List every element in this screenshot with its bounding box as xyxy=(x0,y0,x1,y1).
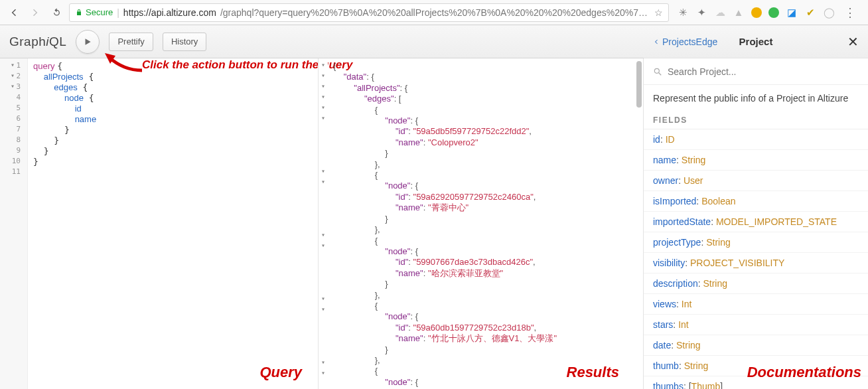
search-icon xyxy=(653,67,662,76)
extension-icons: ✳︎ ✦ ☁︎ ▲ ◪ ✔︎ ◯ ⋮ xyxy=(673,5,863,20)
ext-icon-7[interactable]: ◪ xyxy=(786,7,798,19)
forward-button[interactable] xyxy=(27,4,44,21)
browser-chrome: Secure | https://api.altizure.com/graphq… xyxy=(0,0,868,25)
docs-description: Represent the public info of a Project i… xyxy=(644,85,868,112)
annotation-docs-label: Documentations xyxy=(747,364,861,381)
reload-button[interactable] xyxy=(48,4,65,21)
query-editor[interactable]: query { allProjects { edges { node { id … xyxy=(28,58,318,389)
docs-fields-list: id: IDname: Stringowner: UserisImported:… xyxy=(644,129,868,389)
docs-field[interactable]: name: String xyxy=(644,150,868,171)
ext-icon-2[interactable]: ✦ xyxy=(695,7,707,19)
secure-indicator: Secure xyxy=(75,7,113,17)
result-viewer[interactable]: { "data": { "allProjects": { "edges": [ … xyxy=(328,58,643,389)
result-panel: ▾▾▾▾▾▾▾▾▾▾▾▾▾▾ { "data": { "allProjects"… xyxy=(319,58,644,389)
history-button[interactable]: History xyxy=(163,33,206,51)
docs-field[interactable]: id: ID xyxy=(644,129,868,150)
docs-field[interactable]: isImported: Boolean xyxy=(644,191,868,212)
docs-field[interactable]: importedState: MODEL_IMPORTED_STATE xyxy=(644,212,868,232)
ext-icon-8[interactable]: ✔︎ xyxy=(804,7,816,19)
run-query-button[interactable] xyxy=(76,30,100,54)
docs-field[interactable]: description: String xyxy=(644,273,868,294)
play-icon xyxy=(83,37,92,46)
ext-icon-9[interactable]: ◯ xyxy=(823,7,835,19)
ext-icon-6[interactable] xyxy=(768,7,779,18)
ext-icon-1[interactable]: ✳︎ xyxy=(677,7,689,19)
docs-title: Project xyxy=(644,36,868,47)
docs-field[interactable]: visibility: PROJECT_VISIBILITY xyxy=(644,253,868,273)
docs-search xyxy=(644,58,868,85)
ext-icon-5[interactable] xyxy=(751,7,762,18)
docs-field[interactable]: views: Int xyxy=(644,294,868,315)
annotation-results-label: Results xyxy=(567,364,619,381)
docs-field[interactable]: date: String xyxy=(644,335,868,356)
result-fold-gutter: ▾▾▾▾▾▾▾▾▾▾▾▾▾▾ xyxy=(319,58,328,389)
docs-search-input[interactable] xyxy=(668,66,859,77)
docs-panel: Represent the public info of a Project i… xyxy=(644,58,868,389)
docs-header: ProjectsEdge Project ✕ xyxy=(644,25,868,58)
docs-field[interactable]: projectType: String xyxy=(644,232,868,253)
secure-label: Secure xyxy=(86,7,113,17)
ext-icon-3[interactable]: ☁︎ xyxy=(714,7,726,19)
docs-field[interactable]: stars: Int xyxy=(644,315,868,335)
docs-fields-header: FIELDS xyxy=(644,112,868,129)
prettify-button[interactable]: Prettify xyxy=(109,33,153,51)
url-host: https://api.altizure.com xyxy=(123,7,216,18)
main-content: 1234567891011 query { allProjects { edge… xyxy=(0,58,868,389)
annotation-query-label: Query xyxy=(259,364,302,381)
query-gutter: 1234567891011 xyxy=(0,58,28,389)
svg-point-0 xyxy=(654,68,659,73)
graphiql-logo: GraphiQL xyxy=(9,35,66,49)
svg-line-1 xyxy=(659,72,662,75)
query-editor-panel: 1234567891011 query { allProjects { edge… xyxy=(0,58,319,389)
result-scrollbar[interactable] xyxy=(636,58,642,389)
docs-field[interactable]: owner: User xyxy=(644,171,868,191)
back-button[interactable] xyxy=(5,4,23,21)
url-bar[interactable]: Secure | https://api.altizure.com/graphq… xyxy=(69,3,669,22)
lock-icon xyxy=(75,9,83,17)
ext-icon-4[interactable]: ▲ xyxy=(733,7,745,19)
chrome-menu-icon[interactable]: ⋮ xyxy=(841,5,859,20)
bookmark-star-icon[interactable]: ☆ xyxy=(654,7,663,18)
docs-close-button[interactable]: ✕ xyxy=(847,34,859,50)
url-path: /graphql?query=query%20%7B%0A%20%20allPr… xyxy=(220,7,650,18)
